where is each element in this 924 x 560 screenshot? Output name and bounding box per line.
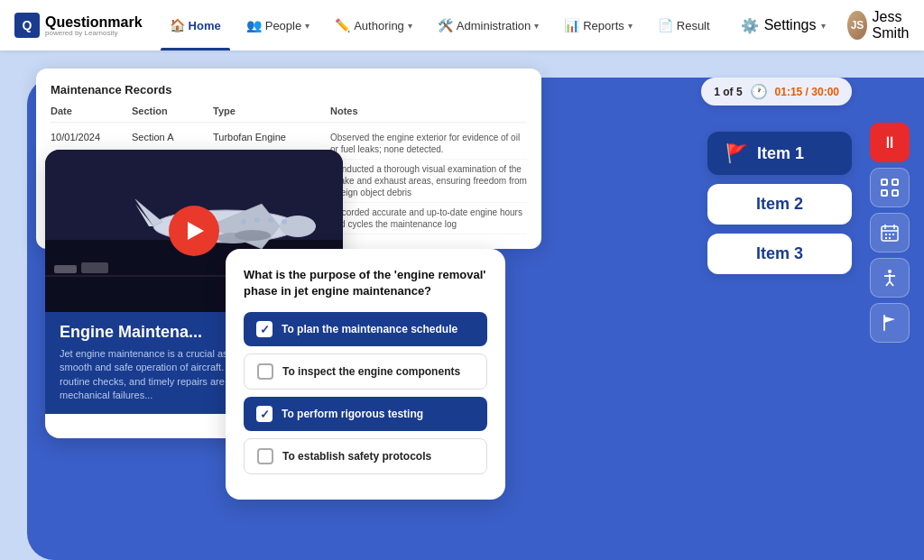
timer-progress: 1 of 5 [714, 86, 742, 98]
option-c-label: To perform rigorous testing [282, 408, 423, 420]
nav-result-label: Result [677, 19, 710, 32]
people-icon: 👥 [246, 18, 262, 32]
quiz-option-b[interactable]: To inspect the engine components [244, 353, 487, 390]
people-chevron-icon: ▾ [305, 21, 310, 31]
flag-button[interactable] [870, 303, 910, 343]
quiz-option-d[interactable]: To establish safety protocols [244, 438, 487, 474]
pause-button[interactable]: ⏸ [870, 123, 910, 162]
nav-administration-label: Administration [457, 19, 531, 32]
sidebar-controls: ⏸ [870, 123, 910, 343]
nav-people[interactable]: 👥 People ▾ [237, 0, 319, 50]
svg-point-13 [282, 219, 287, 225]
svg-rect-14 [81, 262, 108, 273]
main-area: Maintenance Records Date Section Type No… [0, 50, 924, 560]
col-notes: Notes [330, 106, 527, 116]
svg-rect-18 [882, 190, 887, 196]
administration-icon: 🛠️ [438, 18, 453, 32]
svg-rect-28 [889, 237, 891, 239]
accessibility-button[interactable] [870, 258, 910, 298]
nav-settings[interactable]: ⚙️ Settings ▾ [734, 17, 834, 34]
table-title: Maintenance Records [51, 83, 527, 96]
user-menu[interactable]: JS Jess Smith ▾ [840, 9, 924, 41]
item-3-label: Item 3 [756, 244, 803, 262]
quiz-option-c[interactable]: ✓ To perform rigorous testing [244, 397, 487, 431]
calendar-icon [880, 223, 900, 243]
quiz-question: What is the purpose of the 'engine remov… [244, 267, 487, 299]
svg-line-32 [886, 281, 890, 286]
app-logo[interactable]: Q Questionmark powered by Learnosity [14, 13, 143, 38]
svg-rect-17 [892, 179, 898, 185]
table-header: Date Section Type Notes [51, 106, 527, 123]
authoring-icon: ✏️ [335, 18, 350, 32]
col-type: Type [213, 106, 330, 116]
timer-clock-icon: 🕐 [750, 83, 768, 100]
settings-gear-icon: ⚙️ [741, 17, 759, 34]
nav-home-label: Home [189, 19, 221, 32]
cell-notes-1: Conducted a thorough visual examination … [330, 163, 527, 198]
scan-button[interactable] [870, 168, 910, 207]
home-icon: 🏠 [170, 18, 185, 32]
svg-rect-19 [892, 190, 898, 196]
flag-sidebar-icon [881, 314, 899, 332]
svg-point-4 [280, 216, 316, 237]
play-icon [188, 222, 204, 240]
checkmark-icon: ✓ [260, 323, 270, 336]
quiz-card: What is the purpose of the 'engine remov… [226, 249, 505, 500]
item-2-label: Item 2 [756, 195, 803, 213]
flag-icon: 🚩 [725, 142, 748, 164]
svg-rect-15 [54, 265, 77, 273]
svg-rect-16 [882, 179, 887, 185]
svg-point-12 [268, 217, 273, 223]
checkbox-a: ✓ [256, 321, 273, 337]
svg-point-9 [235, 230, 271, 241]
reports-icon: 📊 [564, 18, 579, 32]
nav-administration[interactable]: 🛠️ Administration ▾ [429, 0, 548, 50]
quiz-option-a[interactable]: ✓ To plan the maintenance schedule [244, 312, 487, 346]
checkmark-icon: ✓ [260, 408, 270, 421]
option-a-label: To plan the maintenance schedule [282, 323, 457, 335]
logo-name: Questionmark [45, 14, 143, 30]
settings-label: Settings [764, 17, 817, 33]
administration-chevron-icon: ▾ [534, 21, 539, 31]
item-1-label: Item 1 [757, 144, 804, 163]
item-button-1[interactable]: 🚩 Item 1 [707, 132, 852, 175]
reports-chevron-icon: ▾ [628, 21, 633, 31]
nav-home[interactable]: 🏠 Home [161, 0, 230, 50]
item-button-3[interactable]: Item 3 [707, 234, 852, 274]
play-button[interactable] [169, 206, 219, 256]
pause-icon: ⏸ [882, 133, 898, 152]
svg-point-11 [254, 217, 260, 223]
item-button-2[interactable]: Item 2 [707, 184, 852, 225]
svg-point-29 [888, 270, 892, 273]
nav-authoring[interactable]: ✏️ Authoring ▾ [326, 0, 421, 50]
cell-notes-0: Observed the engine exterior for evidenc… [330, 132, 527, 155]
logo-icon: Q [14, 13, 40, 38]
col-date: Date [51, 106, 132, 116]
nav-authoring-label: Authoring [354, 19, 404, 32]
timer-elapsed: 01:15 / 30:00 [775, 86, 839, 98]
checkbox-c: ✓ [256, 406, 273, 422]
logo-text: Questionmark powered by Learnosity [45, 14, 143, 37]
col-section: Section [132, 106, 213, 116]
result-icon: 📄 [658, 18, 673, 32]
nav-result[interactable]: 📄 Result [649, 0, 719, 50]
cell-notes-2: Recorded accurate and up-to-date engine … [330, 207, 527, 230]
nav-reports-label: Reports [583, 19, 624, 32]
user-avatar: JS [847, 11, 866, 40]
checkbox-d [257, 448, 273, 464]
svg-rect-27 [885, 237, 887, 239]
scan-icon [880, 178, 900, 197]
user-name: Jess Smith [873, 9, 919, 41]
checkbox-b [257, 363, 273, 380]
calendar-button[interactable] [870, 213, 910, 252]
svg-rect-25 [889, 234, 891, 235]
option-d-label: To establish safety protocols [282, 450, 431, 463]
svg-rect-24 [885, 234, 887, 235]
svg-point-10 [241, 219, 246, 225]
items-panel: 🚩 Item 1 Item 2 Item 3 [707, 132, 852, 274]
nav-reports[interactable]: 📊 Reports ▾ [555, 0, 642, 50]
timer-bar: 1 of 5 🕐 01:15 / 30:00 [701, 78, 852, 106]
settings-chevron-icon: ▾ [821, 21, 826, 31]
authoring-chevron-icon: ▾ [408, 21, 412, 31]
svg-rect-26 [892, 234, 894, 235]
